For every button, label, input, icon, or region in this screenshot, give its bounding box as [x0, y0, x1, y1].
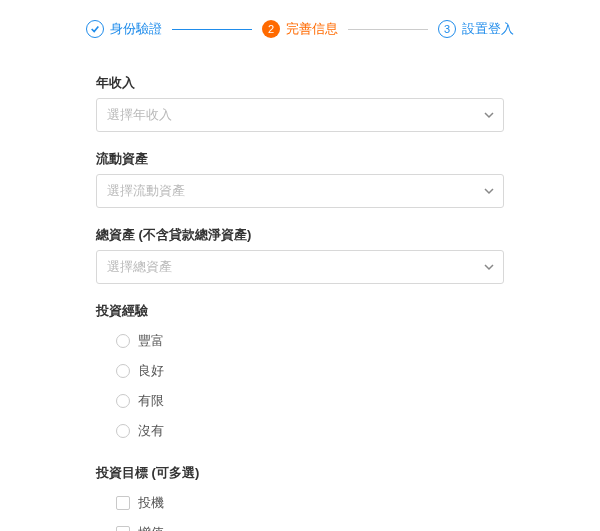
total-assets-label: 總資產 (不含貸款總淨資產) — [96, 226, 504, 244]
goals-options: 投機 增值 收入 保值 — [96, 488, 504, 531]
annual-income-label: 年收入 — [96, 74, 504, 92]
radio-icon — [116, 334, 130, 348]
experience-option-label: 豐富 — [138, 332, 164, 350]
liquid-assets-label: 流動資產 — [96, 150, 504, 168]
field-experience: 投資經驗 豐富 良好 有限 沒有 — [96, 302, 504, 446]
goals-option-label: 增值 — [138, 524, 164, 531]
experience-option-none[interactable]: 沒有 — [96, 416, 504, 446]
step-3-number: 3 — [438, 20, 456, 38]
experience-label: 投資經驗 — [96, 302, 504, 320]
step-complete-info[interactable]: 2 完善信息 — [262, 20, 338, 38]
annual-income-select[interactable]: 選擇年收入 — [96, 98, 504, 132]
experience-option-good[interactable]: 良好 — [96, 356, 504, 386]
experience-option-rich[interactable]: 豐富 — [96, 326, 504, 356]
total-assets-placeholder: 選擇總資產 — [96, 250, 504, 284]
step-set-login-label: 設置登入 — [462, 20, 514, 38]
step-complete-info-label: 完善信息 — [286, 20, 338, 38]
experience-option-label: 沒有 — [138, 422, 164, 440]
radio-icon — [116, 424, 130, 438]
goals-option-label: 投機 — [138, 494, 164, 512]
goals-option-speculation[interactable]: 投機 — [96, 488, 504, 518]
checkbox-icon — [116, 496, 130, 510]
step-identity-label: 身份驗證 — [110, 20, 162, 38]
goals-option-growth[interactable]: 增值 — [96, 518, 504, 531]
step-identity[interactable]: 身份驗證 — [86, 20, 162, 38]
radio-icon — [116, 394, 130, 408]
liquid-assets-placeholder: 選擇流動資產 — [96, 174, 504, 208]
field-liquid-assets: 流動資產 選擇流動資產 — [96, 150, 504, 208]
radio-icon — [116, 364, 130, 378]
goals-label: 投資目標 (可多選) — [96, 464, 504, 482]
form: 年收入 選擇年收入 流動資產 選擇流動資產 總資產 (不含貸款總淨資產) 選擇 — [36, 74, 564, 531]
step-set-login[interactable]: 3 設置登入 — [438, 20, 514, 38]
step-line-2 — [348, 29, 428, 30]
page-root: 身份驗證 2 完善信息 3 設置登入 年收入 選擇年收入 流動資產 — [0, 0, 600, 531]
experience-option-limited[interactable]: 有限 — [96, 386, 504, 416]
check-icon — [86, 20, 104, 38]
field-total-assets: 總資產 (不含貸款總淨資產) 選擇總資產 — [96, 226, 504, 284]
step-line-1 — [172, 29, 252, 30]
field-goals: 投資目標 (可多選) 投機 增值 收入 保值 — [96, 464, 504, 531]
field-annual-income: 年收入 選擇年收入 — [96, 74, 504, 132]
experience-option-label: 有限 — [138, 392, 164, 410]
annual-income-placeholder: 選擇年收入 — [96, 98, 504, 132]
step-2-number: 2 — [262, 20, 280, 38]
total-assets-select[interactable]: 選擇總資產 — [96, 250, 504, 284]
liquid-assets-select[interactable]: 選擇流動資產 — [96, 174, 504, 208]
experience-option-label: 良好 — [138, 362, 164, 380]
stepper: 身份驗證 2 完善信息 3 設置登入 — [36, 20, 564, 56]
checkbox-icon — [116, 526, 130, 531]
experience-options: 豐富 良好 有限 沒有 — [96, 326, 504, 446]
